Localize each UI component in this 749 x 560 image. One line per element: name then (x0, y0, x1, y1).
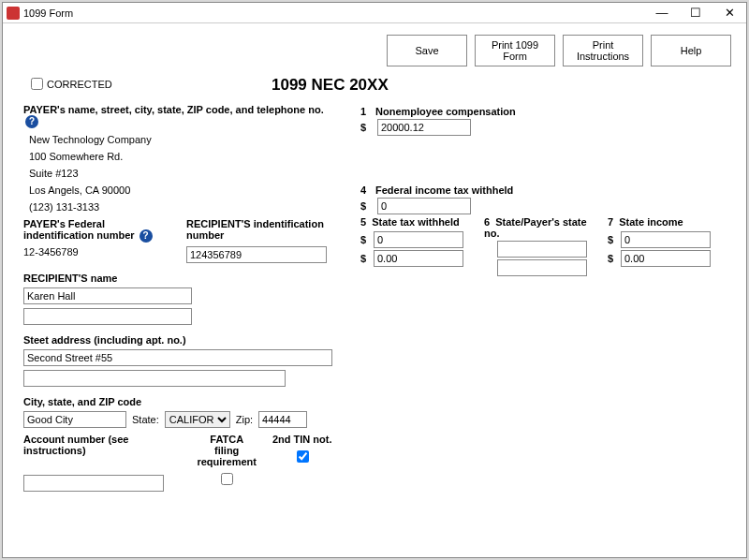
dollar-icon: $ (608, 253, 621, 264)
box6-num: 6 (484, 216, 495, 228)
fatca-checkbox[interactable] (221, 473, 233, 485)
box1-label: Nonemployee compensation (375, 106, 516, 117)
payer-csz: Los Angels, CA 90000 (29, 184, 332, 196)
street-input-1[interactable] (23, 349, 332, 366)
corrected-checkbox-wrap[interactable]: CORRECTED (31, 78, 112, 90)
print-form-button[interactable]: Print 1099 Form (475, 35, 555, 66)
box1-num: 1 (360, 106, 372, 117)
dollar-icon: $ (360, 234, 374, 245)
payer-suite: Suite #123 (29, 168, 332, 179)
box5-input-a[interactable] (374, 231, 463, 248)
help-icon[interactable]: ? (25, 115, 38, 128)
toolbar: Save Print 1099 Form Print Instructions … (3, 23, 746, 74)
payer-block: New Technology Company 100 Somewhere Rd.… (23, 134, 332, 213)
form-title: 1099 NEC 20XX (272, 76, 389, 95)
box6-input-a[interactable] (497, 241, 587, 258)
box5-input-b[interactable] (374, 250, 463, 267)
payer-phone: (123) 131-3133 (29, 201, 332, 213)
dollar-icon: $ (360, 122, 374, 133)
payer-fed-id-label: PAYER's Federal indentification number (23, 218, 135, 241)
app-window: 1099 Form — ☐ ✕ Save Print 1099 Form Pri… (2, 2, 747, 558)
recipient-name-label: RECIPIENT'S name (23, 273, 332, 284)
box1-input[interactable] (377, 119, 471, 136)
recipient-id-label: RECIPIENT'S indentification number (186, 218, 332, 243)
box4-input[interactable] (377, 198, 471, 214)
box7-label: State income (619, 216, 683, 228)
box6-input-b[interactable] (497, 259, 587, 276)
dollar-icon: $ (360, 253, 374, 264)
dollar-icon: $ (608, 234, 621, 245)
csz-label: City, state, and ZIP code (23, 396, 332, 407)
recipient-id-input[interactable] (186, 246, 327, 263)
zip-input[interactable] (258, 411, 307, 428)
street-input-2[interactable] (23, 370, 286, 387)
state-label: State: (132, 414, 159, 425)
minimize-button[interactable]: — (645, 3, 679, 23)
city-input[interactable] (23, 411, 126, 428)
payer-header: PAYER's name, street, city, state, ZIP c… (23, 104, 324, 115)
payer-street: 100 Somewhere Rd. (29, 151, 332, 162)
window-title: 1099 Form (23, 7, 645, 19)
tin-checkbox[interactable] (297, 450, 309, 463)
print-instructions-button[interactable]: Print Instructions (563, 35, 643, 66)
box7-input-a[interactable] (621, 231, 711, 248)
street-label: Steet address (including apt. no.) (23, 334, 332, 346)
payer-name: New Technology Company (29, 134, 332, 145)
recipient-name-input[interactable] (23, 287, 192, 304)
recipient-name-input-2[interactable] (23, 308, 192, 325)
state-select[interactable]: CALIFORNI... (165, 411, 230, 428)
box7-input-b[interactable] (621, 250, 711, 267)
left-column: PAYER's name, street, city, state, ZIP c… (23, 104, 332, 492)
tin-label: 2nd TIN not. (272, 434, 332, 445)
corrected-label: CORRECTED (47, 79, 112, 90)
form-area: CORRECTED 1099 NEC 20XX PAYER's name, st… (3, 74, 746, 492)
box4-num: 4 (360, 184, 372, 196)
close-button[interactable]: ✕ (712, 3, 746, 23)
help-button[interactable]: Help (651, 35, 731, 66)
titlebar: 1099 Form — ☐ ✕ (3, 3, 746, 23)
box7-num: 7 (608, 216, 619, 228)
account-input[interactable] (23, 475, 164, 492)
box5-label: State tax withheld (372, 216, 460, 228)
dollar-icon: $ (360, 200, 374, 212)
box4-label: Federal income tax withheld (375, 184, 513, 196)
right-column: 1Nonemployee compensation $ 4Federal inc… (360, 104, 726, 492)
fatca-label: FATCA filing requirement (197, 434, 257, 467)
box6-label: State/Payer's state no. (484, 216, 587, 239)
maximize-button[interactable]: ☐ (679, 3, 712, 23)
box5-num: 5 (360, 216, 372, 228)
corrected-checkbox[interactable] (31, 78, 43, 90)
payer-fed-id: 12-3456789 (23, 246, 169, 258)
zip-label: Zip: (236, 414, 253, 425)
help-icon[interactable]: ? (140, 229, 153, 243)
account-label: Account number (see instructions) (23, 434, 182, 456)
save-button[interactable]: Save (387, 35, 467, 66)
app-icon (7, 7, 20, 20)
